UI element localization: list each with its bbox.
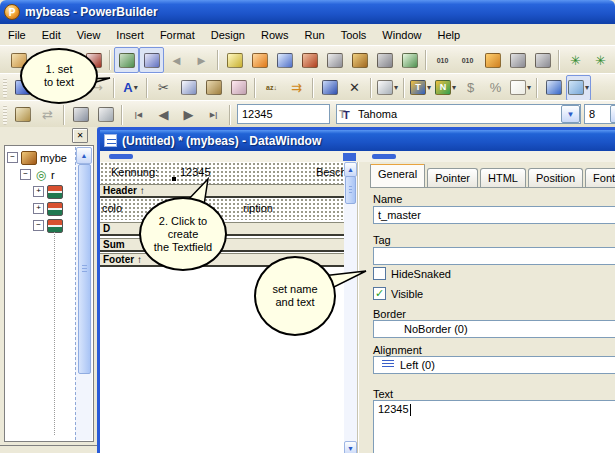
fill-color-swatch[interactable]: ▾ [508,75,533,101]
first-row-icon[interactable]: |◀ [126,102,151,128]
menu-view[interactable]: View [69,27,109,43]
prev-painter-icon[interactable]: ◄ [164,47,189,73]
tree-expander[interactable]: − [33,220,44,231]
next-painter-icon[interactable]: ► [189,47,214,73]
tab-pointer[interactable]: Pointer [427,168,478,187]
name-field[interactable] [373,206,615,224]
tab-html[interactable]: HTML [480,168,526,187]
hidesnaked-checkbox[interactable] [373,267,386,280]
tree-expander[interactable]: + [33,203,44,214]
font-size-combo[interactable]: 8 ▼ [584,104,615,124]
menu-tools[interactable]: Tools [333,27,375,43]
design-scrollbar[interactable]: ▲ ▼ [344,162,357,453]
border-select[interactable]: NoBorder (0) [373,320,615,338]
datawindow-titlebar[interactable]: (Untitled) * (mybeas) - DataWindow [100,130,615,151]
spacing-icon[interactable]: ▾ [566,75,591,101]
deploy-truck-icon[interactable] [480,47,505,73]
tab-order-icon[interactable]: ⇉ [284,75,309,101]
visible-checkbox[interactable]: ✓ [373,287,386,300]
edit-source-icon[interactable] [397,47,422,73]
design-column-2[interactable]: ription [243,202,273,214]
header-band-bar[interactable]: Header ↑ [100,184,351,198]
menu-insert[interactable]: Insert [108,27,152,43]
database-profile-icon[interactable] [322,47,347,73]
percent-icon[interactable]: % [483,75,508,101]
erase-icon[interactable] [226,75,251,101]
object-text-input[interactable] [237,104,330,124]
scroll-up-button[interactable]: ▲ [344,162,357,177]
scrollbar-thumb[interactable] [78,164,91,374]
paste-icon[interactable] [201,75,226,101]
tree-expander[interactable]: + [33,186,44,197]
menu-format[interactable]: Format [152,27,203,43]
properties-pane-handle[interactable] [372,154,396,159]
preview-data-icon[interactable] [10,102,35,128]
sort-icon[interactable]: az↓ [259,75,284,101]
tree-expander[interactable]: − [20,169,31,180]
debug-select-icon[interactable]: ✳ [588,47,613,73]
tag-field[interactable] [373,247,615,265]
library-painter-icon[interactable] [297,47,322,73]
design-pane-handle[interactable] [109,154,133,159]
currency-icon[interactable]: $ [458,75,483,101]
text-color-icon[interactable]: T▾ [408,75,433,101]
design-column-1[interactable]: colo [102,202,122,214]
search-icon[interactable] [247,47,272,73]
tab-font[interactable]: Font [585,168,615,187]
toolbar-grip[interactable] [3,105,7,125]
menu-design[interactable]: Design [203,27,253,43]
last-row-icon[interactable]: ▶| [201,102,226,128]
menu-rows[interactable]: Rows [253,27,297,43]
close-panel-button[interactable]: ✕ [72,128,88,143]
browser-tree-icon[interactable] [114,47,139,73]
db-import-icon[interactable] [530,47,555,73]
text-field[interactable]: 12345 [373,400,615,453]
debug-icon[interactable]: ✳ [563,47,588,73]
alignment-select[interactable]: Left (0) [373,356,615,374]
close-icon[interactable]: ✕ [342,75,367,101]
zoom-slider-icon[interactable] [93,102,118,128]
db-export-icon[interactable] [505,47,530,73]
database-painter-icon[interactable] [372,47,397,73]
window-painter-icon[interactable] [272,47,297,73]
scrollbar-thumb[interactable] [345,176,356,204]
tab-general[interactable]: General [370,164,425,187]
background-color-icon[interactable]: N▾ [433,75,458,101]
font-name-combo[interactable]: TT Tahoma ▼ [336,104,581,124]
menu-edit[interactable]: Edit [34,27,69,43]
retrieve-icon[interactable]: ⇄ [35,102,60,128]
design-text-kennung[interactable]: Kennung: [111,166,158,178]
rows-film-icon[interactable] [68,102,93,128]
chevron-down-icon[interactable]: ▼ [561,105,580,123]
menu-window[interactable]: Window [374,27,429,43]
prior-row-icon[interactable]: ◀ [151,102,176,128]
design-textfield-12345[interactable]: 12345 [180,166,211,178]
notepad-icon[interactable] [222,47,247,73]
next-row-icon[interactable]: ▶ [176,102,201,128]
scrollbar-top-cap[interactable] [343,153,356,161]
toolbar-grip[interactable] [3,78,7,98]
cut-icon[interactable]: ✂ [151,75,176,101]
toolbar-separator [113,78,115,98]
menu-run[interactable]: Run [296,27,332,43]
scroll-down-button[interactable]: ▼ [344,441,357,453]
detail-band-area[interactable]: colo ription [100,198,345,220]
exit-icon[interactable] [317,75,342,101]
columns-layout-icon[interactable]: ▾ [375,75,400,101]
menu-file[interactable]: File [0,27,34,43]
jaguar-icon[interactable] [347,47,372,73]
selection-handle[interactable] [172,177,176,181]
create-text-icon[interactable]: A▾ [118,75,143,101]
border-style-icon[interactable] [541,75,566,101]
machine-code-icon[interactable]: 010 [430,47,455,73]
header-band-area[interactable]: Kennung: 12345 Beschreib [100,162,345,184]
tree-scrollbar[interactable]: ▲ [75,147,92,440]
clip-window-icon[interactable] [139,47,164,73]
tree-expander[interactable]: − [7,152,18,163]
machine-code-project-icon[interactable]: 010 [455,47,480,73]
scroll-up-button[interactable]: ▲ [76,147,92,164]
menu-help[interactable]: Help [429,27,468,43]
tab-position[interactable]: Position [528,168,583,187]
chevron-down-icon[interactable]: ▼ [610,105,615,123]
copy-icon[interactable] [176,75,201,101]
